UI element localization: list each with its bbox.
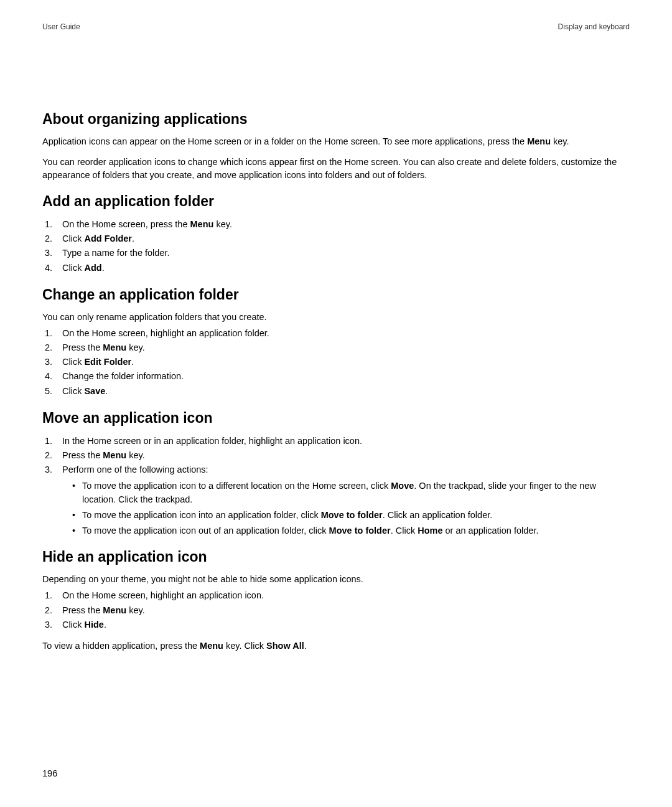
text: Click [62, 234, 84, 243]
text: key. Click [223, 641, 266, 651]
add-steps: On the Home screen, press the Menu key. … [42, 217, 630, 275]
header-left: User Guide [42, 22, 80, 31]
text: Click [62, 263, 84, 273]
list-item: To move the application icon out of an a… [62, 524, 630, 538]
bold-text: Show All [266, 641, 304, 651]
text: key. [126, 605, 145, 615]
list-item: On the Home screen, press the Menu key. [42, 217, 630, 232]
list-item: To move the application icon into an app… [62, 509, 630, 522]
section-move: Move an application icon In the Home scr… [42, 410, 630, 538]
header-right: Display and keyboard [558, 22, 630, 31]
bold-text: Menu [200, 641, 223, 651]
list-item: Click Add Folder. [42, 232, 630, 246]
text: . [105, 386, 108, 396]
heading-hide: Hide an application icon [42, 549, 630, 565]
text: . [304, 641, 307, 651]
list-item: Click Edit Folder. [42, 355, 630, 369]
list-item: Click Add. [42, 261, 630, 275]
text: Click [62, 620, 84, 630]
text: . [132, 234, 134, 243]
text: Press the [62, 342, 103, 352]
text: To move the application icon to a differ… [82, 481, 391, 491]
section-add: Add an application folder On the Home sc… [42, 193, 630, 275]
change-intro: You can only rename application folders … [42, 311, 630, 324]
list-item: Type a name for the folder. [42, 246, 630, 260]
text: To move the application icon into an app… [82, 510, 321, 520]
bold-text: Edit Folder [84, 357, 131, 367]
move-steps: In the Home screen or in an application … [42, 434, 630, 538]
about-paragraph-1: Application icons can appear on the Home… [42, 135, 630, 148]
text: Press the [62, 605, 103, 615]
heading-add: Add an application folder [42, 193, 630, 210]
list-item: Press the Menu key. [42, 603, 630, 618]
text: On the Home screen, press the [62, 219, 190, 229]
list-item: Press the Menu key. [42, 448, 630, 463]
text: key. [126, 450, 145, 460]
text: key. [126, 342, 145, 352]
section-hide: Hide an application icon Depending on yo… [42, 549, 630, 653]
heading-change: Change an application folder [42, 286, 630, 303]
bold-text: Add Folder [84, 234, 132, 243]
text: . Click [391, 526, 418, 536]
list-item: On the Home screen, highlight an applica… [42, 326, 630, 341]
text: key. [551, 136, 569, 146]
text: To move the application icon out of an a… [82, 526, 329, 536]
bold-text: Move to folder [329, 526, 391, 536]
list-item: Click Save. [42, 384, 630, 399]
text: . [131, 357, 134, 367]
bold-text: Menu [103, 605, 126, 615]
bold-text: Menu [190, 219, 214, 229]
list-item: Press the Menu key. [42, 341, 630, 355]
move-sublist: To move the application icon to a differ… [62, 479, 630, 537]
list-item: Change the folder information. [42, 369, 630, 384]
page-header: User Guide Display and keyboard [42, 22, 630, 31]
text: Click [62, 357, 84, 367]
text: or an application folder. [442, 526, 538, 536]
text: key. [213, 219, 232, 229]
bold-text: Move [391, 481, 414, 491]
list-item: Perform one of the following actions: To… [42, 463, 630, 537]
hide-intro: Depending on your theme, you might not b… [42, 573, 630, 586]
heading-about: About organizing applications [42, 111, 630, 128]
about-paragraph-2: You can reorder application icons to cha… [42, 156, 630, 182]
text: Press the [62, 450, 103, 460]
text: Click [62, 386, 84, 396]
list-item: On the Home screen, highlight an applica… [42, 588, 630, 603]
bold-text: Menu [527, 136, 551, 146]
section-about: About organizing applications Applicatio… [42, 111, 630, 182]
text: . Click an application folder. [383, 510, 493, 520]
bold-text: Home [418, 526, 442, 536]
hide-steps: On the Home screen, highlight an applica… [42, 588, 630, 632]
text: . [104, 620, 106, 630]
bold-text: Save [84, 386, 105, 396]
list-item: In the Home screen or in an application … [42, 434, 630, 448]
list-item: To move the application icon to a differ… [62, 479, 630, 507]
bold-text: Menu [103, 450, 126, 460]
change-steps: On the Home screen, highlight an applica… [42, 326, 630, 399]
text: . [102, 263, 105, 273]
text: Application icons can appear on the Home… [42, 136, 527, 146]
bold-text: Move to folder [321, 510, 383, 520]
hide-closing: To view a hidden application, press the … [42, 639, 630, 653]
bold-text: Menu [103, 342, 126, 352]
text: To view a hidden application, press the [42, 641, 200, 651]
bold-text: Add [84, 263, 101, 273]
page-number: 196 [42, 768, 57, 778]
bold-text: Hide [84, 620, 103, 630]
list-item: Click Hide. [42, 618, 630, 632]
section-change: Change an application folder You can onl… [42, 286, 630, 399]
heading-move: Move an application icon [42, 410, 630, 427]
text: Perform one of the following actions: [62, 465, 208, 474]
